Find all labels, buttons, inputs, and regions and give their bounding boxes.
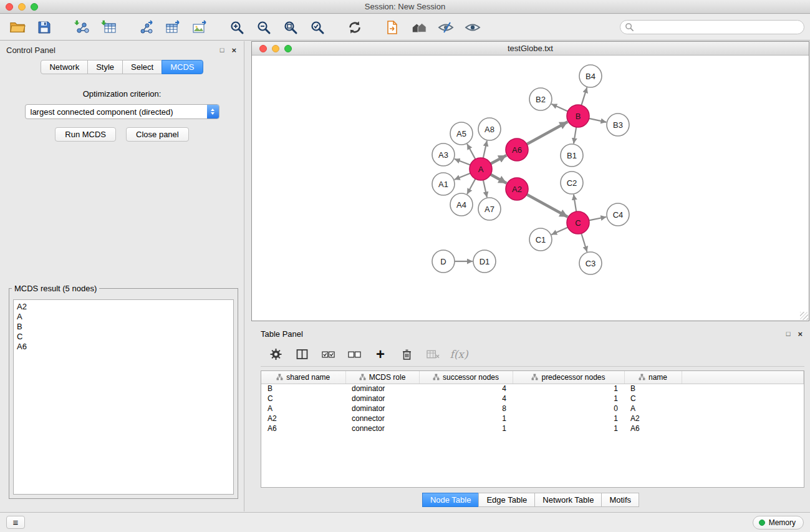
column-header-predecessor-nodes[interactable]: predecessor nodes [513, 371, 624, 384]
cell-successor-nodes[interactable]: 1 [419, 414, 513, 423]
close-table-panel-icon[interactable]: × [798, 330, 803, 338]
network-close-button[interactable] [259, 45, 267, 52]
tab-motifs[interactable]: Motifs [601, 493, 639, 507]
mcds-result-item[interactable]: A2 [17, 302, 230, 312]
mcds-result-item[interactable]: A [17, 312, 230, 322]
cell-successor-nodes[interactable]: 4 [419, 394, 513, 404]
cell-mcds-role[interactable]: dominator [345, 404, 419, 414]
run-mcds-button[interactable]: Run MCDS [55, 127, 116, 142]
table-settings-button[interactable] [266, 344, 286, 364]
cell-name[interactable]: B [624, 384, 682, 394]
cell-successor-nodes[interactable]: 4 [419, 384, 513, 394]
graph-edge-C-C4[interactable] [589, 217, 607, 221]
tab-style[interactable]: Style [87, 60, 123, 74]
open-file-button[interactable] [6, 17, 29, 38]
cell-name[interactable]: C [624, 394, 682, 404]
cell-name[interactable]: A6 [624, 423, 682, 433]
import-network-button[interactable] [70, 17, 93, 38]
zoom-out-button[interactable] [253, 17, 275, 38]
zoom-selected-button[interactable] [306, 17, 329, 38]
graph-edge-B-B3[interactable] [589, 118, 607, 122]
network-zoom-button[interactable] [284, 45, 292, 52]
cell-name[interactable]: A [624, 404, 682, 414]
cell-name[interactable]: A2 [624, 414, 682, 423]
cell-successor-nodes[interactable]: 1 [419, 423, 513, 433]
import-table-button[interactable] [97, 17, 120, 38]
network-graph[interactable]: AA1A2A3A4A5A6A7A8BB1B2B3B4CC1C2C3C4DD1 [252, 56, 809, 321]
graph-edge-B-B2[interactable] [551, 104, 567, 112]
graph-edge-A-A3[interactable] [455, 159, 470, 165]
cell-predecessor-nodes[interactable]: 1 [513, 423, 624, 433]
select-all-button[interactable] [318, 344, 338, 364]
cell-predecessor-nodes[interactable]: 1 [513, 394, 624, 404]
table-row[interactable]: Bdominator41B [261, 384, 804, 394]
graph-edge-C-C3[interactable] [581, 233, 587, 252]
close-window-button[interactable] [6, 3, 13, 11]
show-columns-button[interactable] [292, 344, 312, 364]
memory-button[interactable]: Memory [753, 516, 804, 530]
export-table-button[interactable] [162, 17, 184, 38]
save-session-button[interactable] [33, 17, 55, 38]
mcds-result-item[interactable]: A6 [17, 342, 230, 352]
add-column-button[interactable]: + [370, 344, 390, 364]
tab-network-table[interactable]: Network Table [534, 493, 602, 507]
tab-edge-table[interactable]: Edge Table [478, 493, 535, 507]
zoom-fit-button[interactable] [279, 17, 302, 38]
criterion-dropdown[interactable]: largest connected component (directed) [25, 104, 219, 119]
delete-column-button[interactable] [397, 344, 417, 364]
graph-edge-A-A8[interactable] [483, 141, 487, 158]
graph-edge-B-B1[interactable] [574, 127, 576, 143]
cell-mcds-role[interactable]: dominator [345, 384, 419, 394]
column-header-successor-nodes[interactable]: successor nodes [419, 371, 513, 384]
graph-edge-A-A7[interactable] [483, 180, 487, 198]
tab-node-table[interactable]: Node Table [422, 493, 480, 507]
cell-shared-name[interactable]: A [261, 404, 345, 414]
zoom-window-button[interactable] [31, 3, 38, 11]
export-network-button[interactable] [135, 17, 157, 38]
tab-network[interactable]: Network [41, 60, 88, 74]
graph-edge-C-C1[interactable] [551, 227, 567, 235]
cell-shared-name[interactable]: A6 [261, 423, 345, 433]
graph-edge-A2-C[interactable] [527, 195, 568, 217]
cell-shared-name[interactable]: A2 [261, 414, 345, 423]
function-builder-button[interactable]: f(x) [449, 344, 469, 364]
cell-mcds-role[interactable]: dominator [345, 394, 419, 404]
cell-mcds-role[interactable]: connector [345, 414, 419, 423]
graph-edge-A-A4[interactable] [467, 179, 475, 194]
delete-table-button[interactable] [423, 344, 443, 364]
table-row[interactable]: A2connector11A2 [261, 414, 804, 423]
table-row[interactable]: A6connector11A6 [261, 423, 804, 433]
graph-edge-A6-B[interactable] [527, 122, 568, 144]
resize-grip[interactable] [800, 312, 808, 320]
minimize-window-button[interactable] [18, 3, 26, 11]
graph-edge-A-A2[interactable] [491, 175, 507, 183]
network-minimize-button[interactable] [272, 45, 279, 52]
export-image-button[interactable] [188, 17, 211, 38]
task-history-button[interactable]: ≡ [6, 516, 25, 529]
graph-edge-C-C2[interactable] [574, 195, 576, 211]
cell-mcds-role[interactable]: connector [345, 423, 419, 433]
graph-edge-B-B4[interactable] [581, 87, 587, 105]
tab-select[interactable]: Select [122, 60, 162, 74]
close-panel-button[interactable]: Close panel [126, 127, 189, 142]
hide-details-button[interactable] [435, 17, 457, 38]
show-details-button[interactable] [461, 17, 484, 38]
cell-shared-name[interactable]: B [261, 384, 345, 394]
cell-predecessor-nodes[interactable]: 1 [513, 384, 624, 394]
home-button[interactable] [408, 17, 430, 38]
table-row[interactable]: Adominator80A [261, 404, 804, 414]
graph-edge-A-A6[interactable] [491, 155, 506, 164]
search-input[interactable] [620, 20, 804, 34]
deselect-all-button[interactable] [344, 344, 364, 364]
mcds-result-item[interactable]: B [17, 322, 230, 332]
apply-layout-button[interactable] [344, 17, 366, 38]
column-header-name[interactable]: name [624, 371, 682, 384]
float-table-panel-icon[interactable]: □ [786, 331, 791, 337]
graph-edge-A-A1[interactable] [455, 173, 471, 180]
cell-shared-name[interactable]: C [261, 394, 345, 404]
mcds-result-list[interactable]: A2ABCA6 [13, 299, 234, 495]
table-row[interactable]: Cdominator41C [261, 394, 804, 404]
column-header-shared-name[interactable]: shared name [261, 371, 345, 384]
close-panel-icon[interactable]: × [231, 46, 236, 54]
open-document-button[interactable] [381, 17, 403, 38]
